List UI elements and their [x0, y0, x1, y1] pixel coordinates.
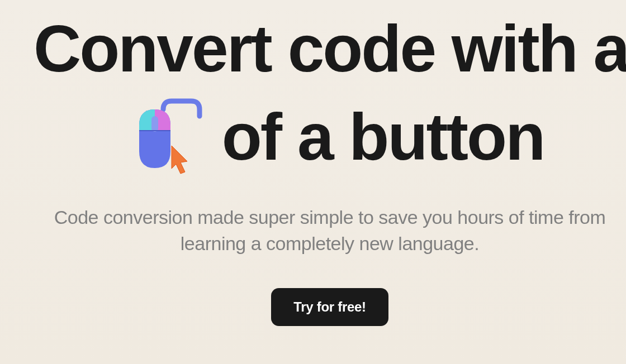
hero-section: Convert code with a click — [0, 0, 626, 326]
svg-rect-0 — [151, 116, 158, 132]
hero-title: Convert code with a click — [34, 11, 626, 182]
hero-title-line1: Convert code with a click — [34, 11, 626, 87]
try-for-free-button[interactable]: Try for free! — [271, 288, 388, 326]
mouse-click-icon — [116, 93, 205, 182]
hero-title-line2: of a button — [34, 93, 626, 182]
hero-subtitle: Code conversion made super simple to sav… — [34, 204, 626, 257]
hero-title-line2-text: of a button — [222, 99, 544, 175]
